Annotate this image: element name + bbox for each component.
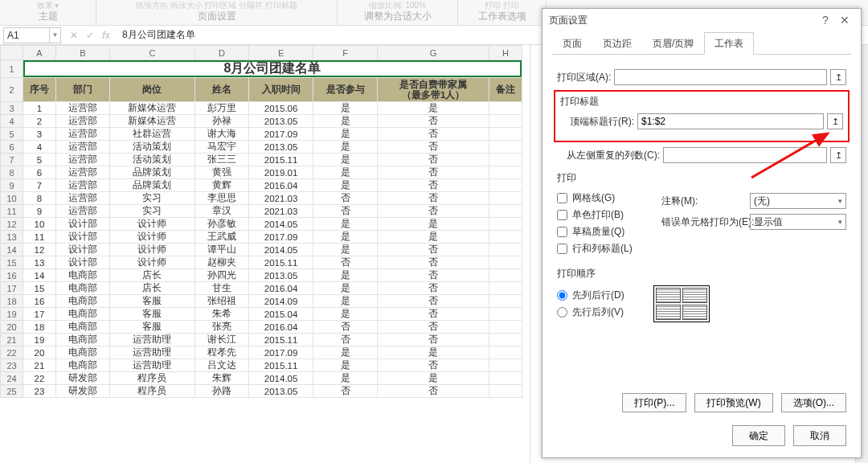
cell[interactable]: 是 (313, 179, 378, 192)
cell[interactable]: 2014.05 (249, 372, 313, 385)
cell[interactable]: 否 (378, 205, 489, 218)
cell[interactable]: 2015.11 (249, 359, 313, 372)
cell[interactable]: 否 (378, 269, 489, 282)
cell[interactable]: 张三三 (195, 154, 249, 166)
cell[interactable]: 2016.04 (249, 321, 313, 334)
cell[interactable]: 活动策划 (109, 154, 194, 166)
table-row[interactable]: 97运营部品牌策划黄辉2016.04是否 (1, 179, 522, 192)
column-header[interactable]: H (489, 46, 522, 60)
cell[interactable]: 李思思 (195, 192, 249, 205)
row-header[interactable]: 7 (1, 154, 23, 166)
table-row[interactable]: 1412设计部设计师谭平山2014.05是否 (1, 244, 522, 256)
cell[interactable]: 否 (378, 166, 489, 179)
cell[interactable]: 否 (313, 256, 378, 269)
cell[interactable]: 否 (378, 295, 489, 308)
cell[interactable]: 电商部 (55, 321, 109, 334)
cell[interactable]: 是 (313, 154, 378, 166)
table-row[interactable]: 2422研发部程序员朱辉2014.05是是 (1, 372, 522, 385)
column-header[interactable]: C (109, 46, 194, 60)
column-header[interactable]: A (23, 46, 56, 60)
cell[interactable]: 新媒体运营 (109, 115, 194, 128)
cell[interactable]: 否 (378, 321, 489, 334)
cell[interactable]: 17 (23, 308, 56, 321)
cell[interactable]: 电商部 (55, 282, 109, 295)
cell[interactable] (489, 385, 522, 398)
cell[interactable]: 否 (313, 334, 378, 346)
row-header[interactable]: 15 (1, 256, 23, 269)
cancel-button[interactable]: 取消 (793, 425, 846, 446)
table-row[interactable]: 1816电商部客服张绍祖2014.09是否 (1, 295, 522, 308)
row-header[interactable]: 1 (1, 60, 23, 78)
row-header[interactable]: 14 (1, 244, 23, 256)
cell[interactable]: 3 (23, 128, 56, 141)
row-header[interactable]: 20 (1, 321, 23, 334)
cell[interactable] (489, 179, 522, 192)
cell[interactable]: 运营助理 (109, 359, 194, 372)
row-header[interactable]: 21 (1, 334, 23, 346)
cell[interactable]: 客服 (109, 321, 194, 334)
top-rows-picker-icon[interactable]: ↥ (827, 113, 843, 129)
row-header[interactable]: 18 (1, 295, 23, 308)
cell[interactable]: 研发部 (55, 385, 109, 398)
row-header[interactable]: 22 (1, 346, 23, 359)
column-header[interactable]: G (378, 46, 489, 60)
cell[interactable] (489, 218, 522, 231)
cell[interactable]: 12 (23, 244, 56, 256)
cell[interactable]: 新媒体运营 (109, 102, 194, 115)
cell[interactable]: 电商部 (55, 346, 109, 359)
tab-page[interactable]: 页面 (552, 32, 592, 55)
cell[interactable]: 23 (23, 385, 56, 398)
print-area-input[interactable] (614, 69, 827, 85)
cell[interactable]: 黄辉 (195, 179, 249, 192)
cell[interactable]: 19 (23, 334, 56, 346)
cell[interactable]: 否 (378, 141, 489, 154)
cell[interactable]: 电商部 (55, 295, 109, 308)
fx-icon[interactable]: fx (98, 30, 114, 41)
cell[interactable]: 是 (313, 269, 378, 282)
cell[interactable]: 品牌策划 (109, 166, 194, 179)
cell[interactable]: 运营部 (55, 205, 109, 218)
cell[interactable] (489, 166, 522, 179)
table-row[interactable]: 2119电商部运营助理谢长江2015.11否否 (1, 334, 522, 346)
cell[interactable]: 否 (378, 115, 489, 128)
cell[interactable]: 2021.03 (249, 205, 313, 218)
cell[interactable] (489, 141, 522, 154)
ok-button[interactable]: 确定 (732, 425, 785, 446)
cell[interactable] (489, 231, 522, 244)
cell[interactable]: 品牌策划 (109, 179, 194, 192)
cell[interactable]: 谢长江 (195, 334, 249, 346)
cell[interactable]: 2013.05 (249, 269, 313, 282)
table-row[interactable]: 31运营部新媒体运营彭万里2015.06是是 (1, 102, 522, 115)
row-header[interactable]: 4 (1, 115, 23, 128)
cell[interactable]: 22 (23, 372, 56, 385)
column-header[interactable]: E (249, 46, 313, 60)
table-row[interactable]: 42运营部新媒体运营孙禄2013.05是否 (1, 115, 522, 128)
draft-checkbox[interactable] (557, 227, 567, 237)
table-row[interactable]: 1917电商部客服朱希2015.04是否 (1, 308, 522, 321)
cancel-icon[interactable]: ✕ (66, 30, 82, 41)
cell[interactable]: 黄强 (195, 166, 249, 179)
cell[interactable]: 否 (378, 244, 489, 256)
cell[interactable]: 是 (378, 372, 489, 385)
cell[interactable] (489, 334, 522, 346)
cell[interactable]: 设计部 (55, 256, 109, 269)
cell[interactable]: 9 (23, 205, 56, 218)
cell[interactable]: 活动策划 (109, 141, 194, 154)
cell[interactable]: 运营部 (55, 128, 109, 141)
errors-select[interactable]: 显示值▾ (750, 214, 846, 230)
cell[interactable]: 运营部 (55, 102, 109, 115)
left-cols-picker-icon[interactable]: ↥ (830, 147, 846, 163)
table-header-cell[interactable]: 是否自费带家属（最多带1人） (378, 78, 489, 102)
cell[interactable]: 运营助理 (109, 334, 194, 346)
close-button[interactable]: ✕ (835, 14, 854, 27)
cell[interactable]: 是 (378, 231, 489, 244)
cell[interactable]: 实习 (109, 192, 194, 205)
cell[interactable]: 是 (378, 218, 489, 231)
cell[interactable]: 程序员 (109, 385, 194, 398)
table-row[interactable]: 86运营部品牌策划黄强2019.01是否 (1, 166, 522, 179)
cell[interactable]: 2 (23, 115, 56, 128)
cell[interactable]: 8 (23, 192, 56, 205)
cell[interactable]: 电商部 (55, 308, 109, 321)
table-header-cell[interactable]: 是否参与 (313, 78, 378, 102)
print-area-picker-icon[interactable]: ↥ (830, 69, 846, 85)
